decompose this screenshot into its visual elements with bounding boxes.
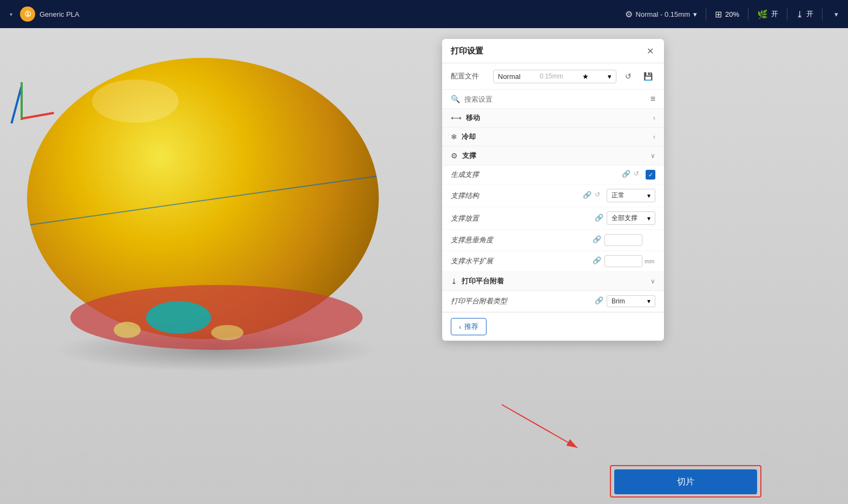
infill-icon: ⊞ — [715, 9, 722, 19]
support-structure-select[interactable]: 正常 ▾ — [607, 189, 655, 202]
infill-value: 20% — [725, 10, 739, 18]
adhesion-type-select[interactable]: Brim ▾ — [607, 295, 655, 307]
recommend-chevron-icon: ‹ — [459, 323, 461, 331]
support-chevron-icon: ∨ — [650, 152, 655, 160]
support-structure-label: 支撑结构 — [451, 191, 580, 201]
sphere-highlight — [92, 79, 179, 123]
panel-title: 打印设置 — [451, 46, 483, 56]
config-chevron-icon: ▾ — [608, 72, 612, 81]
profile-icon: ⚙ — [625, 9, 633, 19]
move-title: 移动 — [466, 113, 653, 123]
config-row: 配置文件 Normal 0.15mm ★ ▾ ↺ 💾 — [442, 63, 664, 90]
support-structure-reset-icon[interactable]: ↺ — [595, 191, 604, 201]
support-placement-select[interactable]: 全部支撑 ▾ — [607, 211, 655, 225]
overhang-angle-actions: 🔗 50.0 — [593, 234, 655, 246]
support-placement-actions: 🔗 全部支撑 ▾ — [595, 211, 655, 225]
topbar-right: ⚙ Normal - 0.15mm ▾ ⊞ 20% 🌿 开 ⤓ 开 ▾ — [625, 8, 842, 21]
arrow-svg — [491, 394, 599, 459]
svg-line-1 — [502, 404, 577, 448]
support-placement-link-icon[interactable]: 🔗 — [595, 214, 604, 223]
topbar-divider-3 — [787, 8, 787, 21]
support-item[interactable]: 🌿 开 — [757, 9, 778, 19]
support-structure-link-icon[interactable]: 🔗 — [583, 191, 593, 201]
config-save-button[interactable]: 💾 — [640, 69, 655, 84]
overhang-angle-input[interactable]: 50.0 — [604, 234, 642, 246]
more-chevron-icon: ▾ — [834, 10, 838, 18]
horizontal-expansion-link-icon[interactable]: 🔗 — [593, 256, 602, 266]
generate-support-link-icon[interactable]: 🔗 — [622, 170, 632, 180]
section-support[interactable]: ⚙ 支撑 ∨ — [442, 147, 664, 165]
support-teal — [146, 301, 211, 334]
support-title: 支撑 — [462, 151, 650, 161]
setting-adhesion-type: 打印平台附着类型 🔗 Brim ▾ — [442, 291, 664, 312]
topbar-divider-2 — [748, 8, 748, 21]
top-bar: ▾ ① Generic PLA ⚙ Normal - 0.15mm ▾ ⊞ 20… — [0, 0, 848, 28]
setting-horizontal-expansion: 支撑水平扩展 🔗 0.8 mm — [442, 251, 664, 272]
setting-support-placement: 支撑放置 🔗 全部支撑 ▾ — [442, 207, 664, 230]
infill-item[interactable]: ⊞ 20% — [715, 9, 739, 19]
adhesion-section-icon: ⤓ — [451, 277, 457, 286]
section-adhesion[interactable]: ⤓ 打印平台附着 ∨ — [442, 272, 664, 291]
viewport[interactable]: 切片 — [0, 28, 848, 504]
section-move[interactable]: ⟷ 移动 ‹ — [442, 109, 664, 128]
chevron-down-icon: ▾ — [10, 11, 12, 17]
profile-item[interactable]: ⚙ Normal - 0.15mm ▾ — [625, 9, 697, 19]
adhesion-chevron-icon: ∨ — [650, 277, 655, 285]
config-size: 0.15mm — [540, 72, 563, 80]
hamburger-icon[interactable]: ≡ — [650, 94, 655, 104]
setting-support-structure: 支撑结构 🔗 ↺ 正常 ▾ — [442, 184, 664, 207]
support-value: 开 — [771, 9, 778, 19]
search-row: 🔍 ≡ — [442, 90, 664, 109]
search-input[interactable] — [464, 95, 646, 103]
cool-icon: ❄ — [451, 132, 457, 141]
support-yellow-1 — [114, 322, 141, 338]
profile-chevron: ▾ — [693, 10, 697, 18]
support-section-icon: ⚙ — [451, 151, 458, 160]
config-label: 配置文件 — [451, 71, 489, 81]
adhesion-value: 开 — [806, 9, 813, 19]
setting-generate-support: 生成支撑 🔗 ↺ ✓ — [442, 165, 664, 184]
more-dropdown[interactable]: ▾ — [831, 8, 842, 21]
panel-close-button[interactable]: ✕ — [645, 45, 655, 56]
topbar-left: ▾ ① Generic PLA — [6, 6, 621, 22]
slice-line — [27, 170, 379, 228]
horizontal-expansion-unit: mm — [645, 258, 655, 264]
profile-dropdown[interactable]: ▾ — [6, 9, 16, 19]
generate-support-reset-icon[interactable]: ↺ — [634, 170, 643, 180]
support-structure-chevron-icon: ▾ — [647, 192, 650, 200]
move-icon: ⟷ — [451, 114, 462, 122]
support-placement-label: 支撑放置 — [451, 214, 591, 223]
recommend-button[interactable]: ‹ 推荐 — [451, 318, 487, 335]
panel-header: 打印设置 ✕ — [442, 39, 664, 63]
overhang-angle-label: 支撑悬垂角度 — [451, 235, 589, 245]
adhesion-type-chevron-icon: ▾ — [647, 297, 650, 305]
recommend-label: 推荐 — [464, 322, 478, 331]
adhesion-title: 打印平台附着 — [462, 276, 650, 286]
generate-support-label: 生成支撑 — [451, 170, 619, 180]
support-placement-chevron-icon: ▾ — [647, 215, 650, 222]
y-axis — [21, 82, 23, 120]
config-select[interactable]: Normal 0.15mm ★ ▾ — [493, 70, 616, 83]
search-icon: 🔍 — [451, 95, 460, 103]
config-star-icon: ★ — [582, 72, 589, 81]
adhesion-item[interactable]: ⤓ 开 — [796, 9, 813, 19]
support-icon: 🌿 — [757, 9, 768, 19]
material-icon: ① — [20, 6, 35, 22]
config-value: Normal — [498, 72, 521, 81]
support-structure-actions: 🔗 ↺ 正常 ▾ — [583, 189, 655, 202]
panel-footer: ‹ 推荐 — [442, 312, 664, 341]
adhesion-icon: ⤓ — [796, 9, 803, 19]
overhang-angle-link-icon[interactable]: 🔗 — [593, 235, 602, 245]
setting-overhang-angle: 支撑悬垂角度 🔗 50.0 — [442, 230, 664, 251]
adhesion-type-value: Brim — [612, 297, 625, 305]
material-name[interactable]: Generic PLA — [40, 10, 80, 18]
config-refresh-button[interactable]: ↺ — [621, 69, 636, 84]
section-cool[interactable]: ❄ 冷却 ‹ — [442, 128, 664, 147]
cut-button[interactable]: 切片 — [614, 469, 757, 494]
3d-object — [27, 58, 406, 355]
horizontal-expansion-input[interactable]: 0.8 — [604, 255, 642, 267]
generate-support-checkbox[interactable]: ✓ — [646, 170, 655, 180]
support-structure-value: 正常 — [612, 191, 625, 200]
adhesion-type-link-icon[interactable]: 🔗 — [595, 296, 604, 306]
settings-panel: 打印设置 ✕ 配置文件 Normal 0.15mm ★ ▾ ↺ 💾 🔍 ≡ ⟷ … — [442, 39, 664, 341]
